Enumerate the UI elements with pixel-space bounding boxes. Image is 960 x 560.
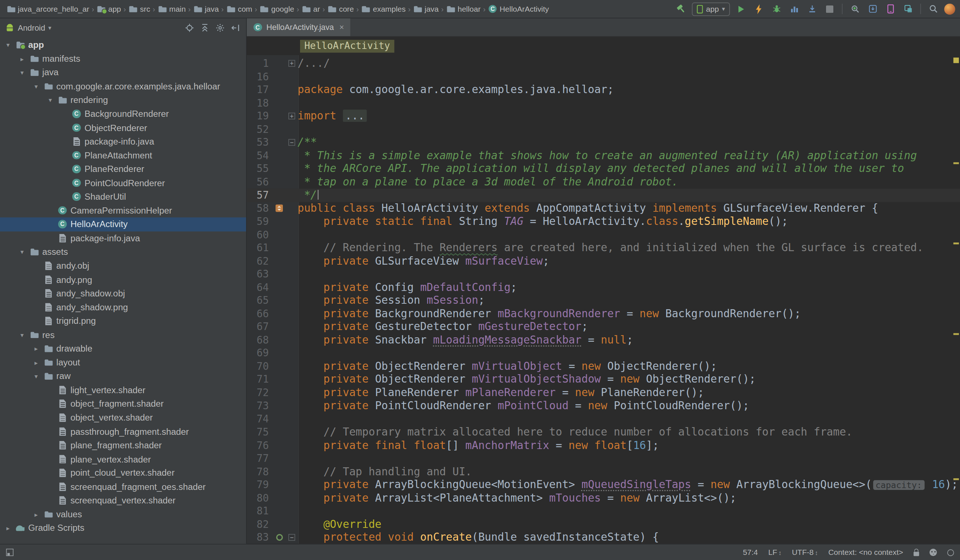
code-line-62[interactable]: 62 private GLSurfaceView mSurfaceView; (247, 254, 960, 267)
overriding-method-marker-icon[interactable] (272, 534, 286, 541)
code-line-63[interactable]: 63 (247, 267, 960, 281)
highlighting-level-icon[interactable] (930, 549, 937, 556)
tree-expanded-arrow-icon[interactable]: ▾ (18, 248, 26, 256)
run-button[interactable] (734, 2, 747, 16)
code-line-61[interactable]: 61 // Rendering. The Renderers are creat… (247, 241, 960, 254)
stop-button[interactable] (823, 2, 837, 16)
breadcrumb-item-google[interactable]: google (258, 3, 296, 14)
tree-item-res[interactable]: ▾res (0, 328, 246, 342)
encoding-widget[interactable]: UTF-8 ↕ (792, 548, 818, 556)
breadcrumb-item-examples[interactable]: examples (360, 3, 406, 14)
code-line-75[interactable]: 75 // Temporary matrix allocated here to… (247, 426, 960, 439)
tree-item-screenquad-fragment-oes-shader[interactable]: screenquad_fragment_oes.shader (0, 480, 246, 494)
code-line-74[interactable]: 74 (247, 413, 960, 426)
user-avatar[interactable] (944, 3, 955, 14)
fold-toggle-icon[interactable]: + (286, 113, 298, 119)
breadcrumb-item-com[interactable]: com (225, 3, 253, 14)
code-line-76[interactable]: 76 private final float[] mAnchorMatrix =… (247, 439, 960, 452)
tree-item-andy-png[interactable]: andy.png (0, 273, 246, 286)
tree-item-drawable[interactable]: ▸drawable (0, 342, 246, 355)
layout-inspector-icon[interactable] (901, 2, 915, 16)
tree-expanded-arrow-icon[interactable]: ▾ (32, 373, 40, 380)
tree-item-app[interactable]: ▾app (0, 38, 246, 52)
code-line-55[interactable]: 55 * the ARCore API. The application wil… (247, 162, 960, 176)
tree-item-package-info-java[interactable]: package-info.java (0, 232, 246, 245)
code-line-73[interactable]: 73 private PointCloudRenderer mPointClou… (247, 399, 960, 413)
code-line-52[interactable]: 52 (247, 123, 960, 136)
code-line-83[interactable]: 83− protected void onCreate(Bundle saved… (247, 531, 960, 544)
hide-panel-icon[interactable] (229, 22, 241, 34)
tree-item-values[interactable]: ▸values (0, 507, 246, 521)
code-line-60[interactable]: 60 (247, 228, 960, 241)
code-line-58[interactable]: 58public class HelloArActivity extends A… (247, 202, 960, 215)
settings-gear-icon[interactable] (214, 22, 226, 34)
fold-toggle-icon[interactable]: − (286, 534, 298, 541)
tree-item-java[interactable]: ▾java (0, 66, 246, 80)
code-line-68[interactable]: 68 private Snackbar mLoadingMessageSnack… (247, 333, 960, 346)
tree-item-backgroundrenderer[interactable]: BackgroundRenderer (0, 107, 246, 121)
attach-to-process-icon[interactable] (848, 2, 861, 16)
breadcrumb-item-helloar[interactable]: helloar (445, 3, 482, 14)
tree-item-manifests[interactable]: ▸manifests (0, 52, 246, 66)
code-line-56[interactable]: 56 * tap on a plane to place a 3d model … (247, 176, 960, 189)
breadcrumb-item-core[interactable]: core (326, 3, 355, 14)
code-line-80[interactable]: 80 private ArrayList<PlaneAttachment> mT… (247, 491, 960, 504)
tree-item-pointcloudrenderer[interactable]: PointCloudRenderer (0, 176, 246, 190)
tree-item-camerapermissionhelper[interactable]: CameraPermissionHelper (0, 204, 246, 218)
code-line-19[interactable]: 19+import ... (247, 109, 960, 123)
sdk-manager-icon[interactable] (866, 2, 879, 16)
code-line-71[interactable]: 71 private ObjectRenderer mVirtualObject… (247, 373, 960, 386)
context-widget[interactable]: Context: <no context> (828, 548, 903, 556)
tree-item-object-vertex-shader[interactable]: object_vertex.shader (0, 411, 246, 424)
tree-item-point-cloud-vertex-shader[interactable]: point_cloud_vertex.shader (0, 466, 246, 480)
profiler-icon[interactable] (787, 2, 801, 16)
breadcrumb-item-ar[interactable]: ar (301, 3, 321, 14)
collapse-all-icon[interactable] (198, 22, 211, 34)
code-line-82[interactable]: 82 @Override (247, 518, 960, 531)
tree-item-layout[interactable]: ▸layout (0, 355, 246, 370)
tree-item-plane-fragment-shader[interactable]: plane_fragment.shader (0, 438, 246, 452)
code-line-57[interactable]: 57 */ (247, 189, 960, 202)
code-line-65[interactable]: 65 private Session mSession; (247, 294, 960, 307)
code-line-66[interactable]: 66 private BackgroundRenderer mBackgroun… (247, 307, 960, 320)
tree-item-trigrid-png[interactable]: trigrid.png (0, 314, 246, 328)
apply-changes-icon[interactable] (752, 2, 765, 16)
build-hammer-icon[interactable] (674, 2, 688, 16)
code-line-77[interactable]: 77 (247, 452, 960, 465)
line-separator-widget[interactable]: LF ↕ (768, 548, 781, 556)
breadcrumb-item-java[interactable]: java (412, 3, 440, 14)
code-line-69[interactable]: 69 (247, 346, 960, 360)
tree-expanded-arrow-icon[interactable]: ▾ (32, 83, 40, 90)
tree-item-andy-shadow-obj[interactable]: andy_shadow.obj (0, 286, 246, 301)
tree-item-gradle-scripts[interactable]: ▸Gradle Scripts (0, 521, 246, 535)
warning-stripe-mark[interactable] (953, 162, 958, 164)
code-line-64[interactable]: 64 private Config mDefaultConfig; (247, 281, 960, 294)
debug-button[interactable] (770, 2, 783, 16)
breadcrumb-item-src[interactable]: src (127, 3, 152, 14)
locate-file-icon[interactable] (183, 22, 196, 34)
tree-collapsed-arrow-icon[interactable]: ▸ (32, 359, 40, 366)
code-line-72[interactable]: 72 private PlaneRenderer mPlaneRenderer … (247, 386, 960, 399)
editor-tab-helloaractivity[interactable]: HelloArActivity.java × (247, 18, 350, 36)
tree-expanded-arrow-icon[interactable]: ▾ (46, 96, 54, 104)
attach-debugger-icon[interactable] (805, 2, 819, 16)
tree-item-plane-vertex-shader[interactable]: plane_vertex.shader (0, 452, 246, 466)
code-line-53[interactable]: 53−/** (247, 136, 960, 149)
tree-item-screenquad-vertex-shader[interactable]: screenquad_vertex.shader (0, 494, 246, 507)
tree-collapsed-arrow-icon[interactable]: ▸ (32, 345, 40, 352)
device-manager-icon[interactable] (884, 2, 897, 16)
tree-item-assets[interactable]: ▾assets (0, 245, 246, 259)
run-configuration-selector[interactable]: app ▾ (692, 2, 730, 16)
search-everywhere-icon[interactable] (926, 2, 940, 16)
code-line-17[interactable]: 17package com.google.ar.core.examples.ja… (247, 83, 960, 96)
tree-item-planeattachment[interactable]: PlaneAttachment (0, 149, 246, 162)
tree-item-object-fragment-shader[interactable]: object_fragment.shader (0, 397, 246, 411)
implementing-interface-marker-icon[interactable] (272, 205, 286, 212)
code-line-1[interactable]: 1+/.../ (247, 57, 960, 70)
tree-item-helloaractivity[interactable]: HelloArActivity (0, 218, 246, 232)
code-line-78[interactable]: 78 // Tap handling and UI. (247, 465, 960, 478)
caret-position-widget[interactable]: 57:4 (743, 548, 758, 556)
fold-toggle-icon[interactable]: − (286, 139, 298, 146)
code-line-70[interactable]: 70 private ObjectRenderer mVirtualObject… (247, 360, 960, 373)
warning-stripe-mark[interactable] (953, 478, 958, 480)
